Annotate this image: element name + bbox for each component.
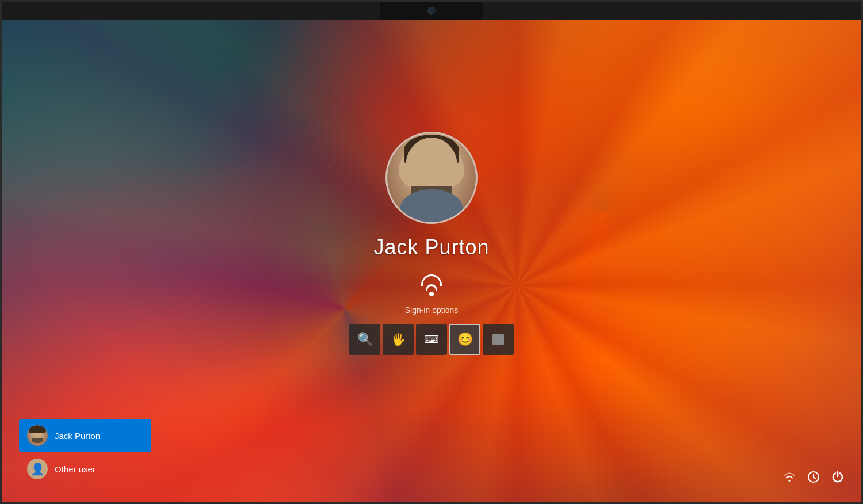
wifi-symbol — [417, 273, 446, 296]
user-item-jack[interactable]: Jack Purton — [19, 419, 151, 452]
power-icon[interactable] — [831, 471, 844, 486]
avatar-torso — [400, 189, 463, 224]
webcam-lens — [427, 7, 436, 15]
login-container: Jack Purton Sign-in options 🔍 🖐 — [349, 132, 514, 355]
signin-btn-password[interactable]: 🔍 — [349, 324, 380, 355]
wifi-status-icon[interactable] — [783, 472, 796, 485]
username-label: Jack Purton — [373, 235, 489, 259]
monitor-frame: Jack Purton Sign-in options 🔍 🖐 — [0, 0, 863, 504]
user-mini-beard — [32, 438, 43, 443]
search-icon: 🔍 — [357, 332, 373, 347]
user-name-other: Other user — [55, 464, 96, 474]
screen: Jack Purton Sign-in options 🔍 🖐 — [2, 20, 861, 502]
avatar-head — [406, 138, 457, 195]
signin-options-link[interactable]: Sign-in options — [405, 306, 459, 315]
wifi-dot — [429, 292, 434, 296]
signin-btn-face[interactable]: 😊 — [449, 324, 480, 355]
user-name-jack: Jack Purton — [55, 431, 100, 441]
signin-methods-bar: 🔍 🖐 ⌨ 😊 — [349, 324, 514, 355]
signin-btn-fingerprint[interactable]: 🖐 — [383, 324, 414, 355]
user-switcher: Jack Purton 👤 Other user — [19, 419, 151, 485]
signin-btn-seckey[interactable] — [483, 324, 514, 355]
user-item-other[interactable]: 👤 Other user — [19, 453, 151, 485]
user-mini-hair — [29, 425, 46, 433]
power-menu-icon[interactable] — [807, 471, 820, 486]
user-avatar-jack — [27, 425, 48, 446]
face-icon: 😊 — [457, 332, 473, 347]
security-key-icon — [492, 334, 504, 345]
user-avatar-other: 👤 — [27, 459, 48, 479]
signin-btn-pin[interactable]: ⌨ — [416, 324, 447, 355]
avatar-face — [387, 132, 476, 224]
fingerprint-icon: 🖐 — [391, 333, 406, 346]
system-icons-bar — [783, 471, 844, 486]
webcam-bar — [380, 2, 483, 20]
hello-icon-area — [417, 273, 446, 296]
pin-icon: ⌨ — [424, 333, 439, 346]
other-user-icon: 👤 — [30, 462, 45, 476]
avatar — [385, 132, 478, 224]
user-mini-face-jack — [27, 425, 48, 446]
